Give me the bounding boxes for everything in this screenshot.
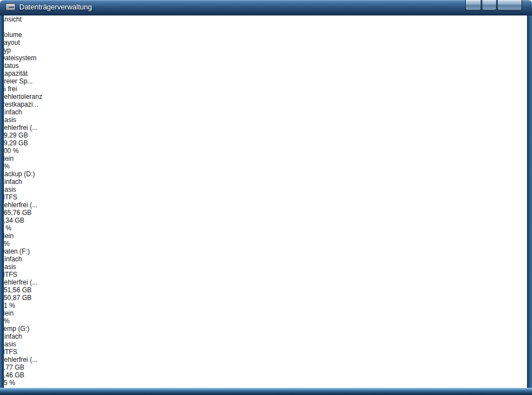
volume-list-header: Volume Layout Typ Dateisystem Status Kap…	[0, 31, 532, 108]
cell-dateisystem: NTFS	[0, 271, 532, 278]
cell-layout: Einfach	[0, 108, 532, 116]
column-header-kapazitaet[interactable]: Kapazität	[0, 70, 532, 77]
client-area: Datei Aktion Ansicht ? Volume Layout Typ…	[0, 0, 532, 395]
column-header-typ[interactable]: Typ	[0, 46, 532, 54]
volume-name: Daten (F:)	[0, 247, 30, 255]
cell-freier-sp: 250,87 GB	[0, 294, 532, 302]
cell-volume: Daten (F:)	[0, 247, 532, 255]
cell-pct-frei: 35 %	[0, 379, 532, 387]
cell-typ: Basis	[0, 340, 532, 348]
cell-status: Fehlerfrei (...	[0, 278, 532, 286]
volume-name: Temp (G:)	[0, 325, 29, 333]
cell-restkapazitaet: 0%	[0, 317, 532, 325]
cell-fehlertoleranz: Nein	[0, 309, 532, 317]
column-header-fehlertoleranz[interactable]: Fehlertoleranz	[0, 93, 532, 101]
cell-typ: Basis	[0, 116, 532, 124]
title-bar[interactable]: Datenträgerverwaltung	[0, 0, 532, 15]
column-header-restkapazitaet[interactable]: Restkapazi...	[0, 101, 532, 108]
app-icon	[6, 3, 15, 10]
menu-ansicht[interactable]: Ansicht	[0, 15, 532, 23]
minimize-button[interactable]	[465, 0, 481, 10]
cell-typ: Basis	[0, 186, 532, 193]
cell-kapazitaet: 9,77 GB	[0, 364, 532, 371]
column-header-status[interactable]: Status	[0, 62, 532, 70]
table-row[interactable]: Einfach Basis Fehlerfrei (... 29,29 GB 2…	[0, 108, 532, 170]
cell-layout: Einfach	[0, 178, 532, 186]
cell-pct-frei: 71 %	[0, 302, 532, 309]
cell-fehlertoleranz: Nein	[0, 232, 532, 240]
close-button[interactable]	[497, 0, 522, 10]
cell-status: Fehlerfrei (...	[0, 201, 532, 209]
column-header-freier-sp[interactable]: Freier Sp...	[0, 77, 532, 85]
cell-freier-sp: 3,46 GB	[0, 371, 532, 379]
menu-hilfe[interactable]: ?	[0, 23, 532, 31]
cell-kapazitaet: 29,29 GB	[0, 131, 532, 139]
window-frame-left	[0, 15, 4, 388]
cell-restkapazitaet: 0%	[0, 240, 532, 247]
cell-dateisystem: NTFS	[0, 193, 532, 201]
cell-volume: Temp (G:)	[0, 325, 532, 333]
screenshot: Datenträgerverwaltung Datei Aktion Ansic…	[0, 0, 532, 395]
cell-status: Fehlerfrei (...	[0, 356, 532, 364]
cell-freier-sp: 3,34 GB	[0, 217, 532, 224]
cell-kapazitaet: 351,56 GB	[0, 286, 532, 294]
cell-pct-frei: 1 %	[0, 224, 532, 232]
table-row[interactable]: Backup (D:) Einfach Basis NTFS Fehlerfre…	[0, 170, 532, 247]
window-frame-right	[527, 15, 532, 388]
volume-name: Backup (D:)	[0, 170, 35, 178]
column-header-dateisystem[interactable]: Dateisystem	[0, 54, 532, 62]
table-row[interactable]: Daten (F:) Einfach Basis NTFS Fehlerfrei…	[0, 247, 532, 325]
window-controls	[465, 0, 522, 10]
cell-layout: Einfach	[0, 333, 532, 340]
volume-list: Volume Layout Typ Dateisystem Status Kap…	[0, 31, 532, 395]
cell-fehlertoleranz: Nein	[0, 155, 532, 162]
cell-volume: Backup (D:)	[0, 170, 532, 178]
cell-pct-frei: 100 %	[0, 147, 532, 155]
column-header-pct-frei[interactable]: % frei	[0, 85, 532, 93]
cell-dateisystem: NTFS	[0, 348, 532, 356]
disk-management-window: Datenträgerverwaltung Datei Aktion Ansic…	[0, 0, 532, 395]
cell-status: Fehlerfrei (...	[0, 124, 532, 131]
window-title: Datenträgerverwaltung	[19, 3, 465, 11]
cell-freier-sp: 29,29 GB	[0, 139, 532, 147]
table-row[interactable]: Temp (G:) Einfach Basis NTFS Fehlerfrei …	[0, 325, 532, 395]
window-frame-bottom	[0, 388, 532, 395]
cell-typ: Basis	[0, 263, 532, 271]
cell-kapazitaet: 465,76 GB	[0, 209, 532, 217]
cell-restkapazitaet: 0%	[0, 162, 532, 170]
column-header-volume[interactable]: Volume	[0, 31, 532, 39]
cell-layout: Einfach	[0, 255, 532, 263]
maximize-button[interactable]	[482, 0, 497, 10]
column-header-layout[interactable]: Layout	[0, 39, 532, 46]
